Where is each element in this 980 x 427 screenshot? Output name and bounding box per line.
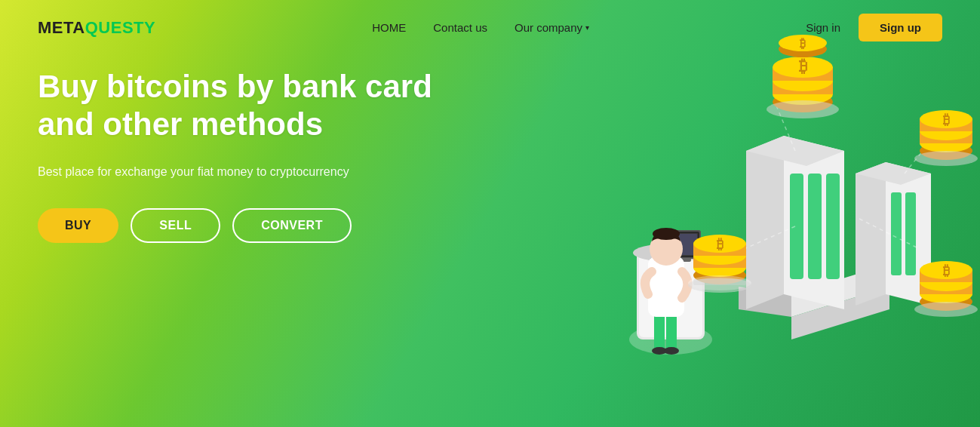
svg-text:₿: ₿ <box>717 237 723 252</box>
nav: HOME Contact us Our company ▾ <box>372 21 589 34</box>
svg-text:₿: ₿ <box>943 263 950 278</box>
svg-rect-29 <box>905 192 916 275</box>
auth-area: Sign in Sign up <box>806 14 942 41</box>
action-buttons: BUY SELL CONVERT <box>38 208 475 243</box>
logo-meta: META <box>38 18 85 38</box>
convert-button[interactable]: CONVERT <box>232 208 352 243</box>
header: META QUESTY HOME Contact us Our company … <box>0 0 980 55</box>
nav-company[interactable]: Our company ▾ <box>515 21 589 34</box>
svg-point-68 <box>914 151 978 166</box>
chevron-down-icon: ▾ <box>585 23 589 32</box>
svg-text:₿: ₿ <box>799 57 807 75</box>
svg-rect-24 <box>826 174 840 279</box>
logo-questy: QUESTY <box>85 18 155 38</box>
svg-text:₿: ₿ <box>943 112 950 127</box>
sell-button[interactable]: SELL <box>131 208 220 243</box>
svg-point-12 <box>664 347 679 355</box>
svg-marker-19 <box>746 136 784 309</box>
svg-rect-9 <box>654 313 665 351</box>
page-wrapper: META QUESTY HOME Contact us Our company … <box>0 0 980 427</box>
hero-title: Buy bitcoins by bank card and other meth… <box>38 68 475 144</box>
sign-in-link[interactable]: Sign in <box>806 21 840 34</box>
logo: META QUESTY <box>38 18 155 38</box>
buy-button[interactable]: BUY <box>38 208 118 243</box>
hero-subtitle: Best place for exchange your fiat money … <box>38 162 475 182</box>
hero-section: Buy bitcoins by bank card and other meth… <box>38 68 475 243</box>
svg-point-69 <box>914 302 978 317</box>
svg-point-67 <box>688 278 751 293</box>
svg-rect-10 <box>666 313 677 351</box>
sign-up-button[interactable]: Sign up <box>859 14 942 41</box>
illustration: ₿ ₿ ₿ ₿ ₿ <box>452 0 980 427</box>
svg-marker-25 <box>856 162 886 306</box>
svg-rect-22 <box>790 174 803 279</box>
svg-rect-28 <box>891 192 902 275</box>
svg-point-70 <box>766 100 839 118</box>
nav-home[interactable]: HOME <box>372 21 406 34</box>
nav-contact[interactable]: Contact us <box>433 21 487 34</box>
svg-rect-23 <box>808 174 822 279</box>
svg-point-15 <box>653 228 680 240</box>
